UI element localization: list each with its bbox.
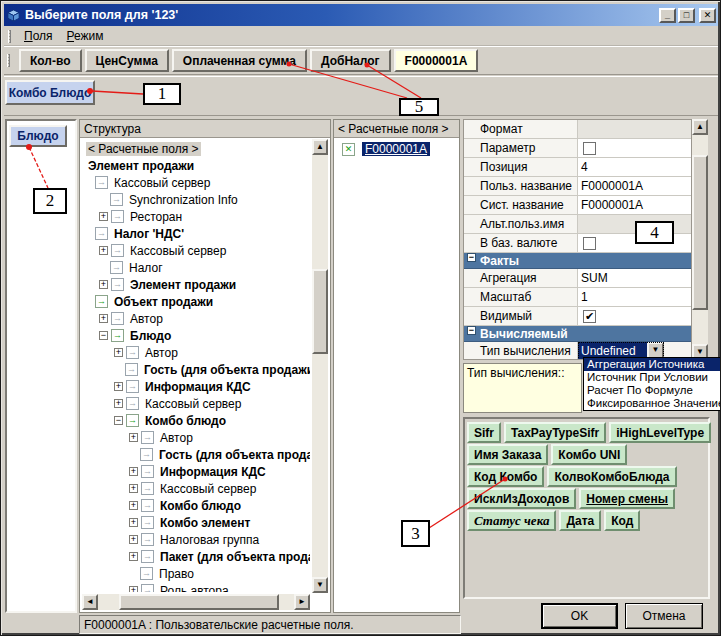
tree-item[interactable]: +→Кассовый сервер (82, 480, 310, 497)
tree-item[interactable]: +→Кассовый сервер (82, 395, 310, 412)
props-vscrollbar[interactable]: ▲ ▼ (692, 119, 708, 360)
collapse-minus-icon[interactable]: − (467, 326, 476, 335)
field-tab-Кол-во[interactable]: Кол-во (19, 49, 82, 72)
field-button-Комбо UNI[interactable]: Комбо UNI (551, 444, 627, 465)
tree-item[interactable]: +→Автор (82, 344, 310, 361)
tree-item[interactable]: →Налог 'НДС' (82, 225, 310, 242)
dropdown-option[interactable]: Фиксированное Значение (584, 397, 721, 410)
property-value-cell[interactable]: F0000001A (578, 196, 691, 214)
minimize-button[interactable]: _ (659, 8, 676, 23)
tree-item[interactable]: →Кассовый сервер (82, 174, 310, 191)
expand-plus-icon[interactable]: + (129, 535, 138, 544)
field-tab-Оплаченная сумма[interactable]: Оплаченная сумма (172, 49, 307, 72)
field-button-Код Комбо[interactable]: Код Комбо (467, 466, 544, 487)
expand-plus-icon[interactable]: + (99, 212, 108, 221)
field-button-ИсклИзДоходов[interactable]: ИсклИзДоходов (467, 488, 576, 509)
tree-item[interactable]: +→Комбо элемент (82, 514, 310, 531)
ok-button[interactable]: OK (541, 603, 618, 629)
expand-plus-icon[interactable]: + (99, 280, 108, 289)
tree-item[interactable]: →Налог (82, 259, 310, 276)
expand-plus-icon[interactable]: + (129, 518, 138, 527)
tree-item[interactable]: +→Кассовый сервер (82, 242, 310, 259)
combo-dish-button[interactable]: Комбо Блюдо (5, 80, 95, 105)
tree-item[interactable]: −→Блюдо (82, 327, 310, 344)
maximize-button[interactable]: □ (678, 8, 695, 23)
expand-plus-icon[interactable]: + (99, 246, 108, 255)
tree-item[interactable]: →Гость (для объекта прода (82, 446, 310, 463)
menu-polya[interactable]: Поля (17, 27, 60, 45)
calc-field-item[interactable]: ✕ F0000001A (342, 142, 430, 156)
expand-plus-icon[interactable]: + (129, 586, 138, 592)
property-value-cell[interactable]: SUM (578, 269, 691, 287)
checkbox-unchecked-icon[interactable] (583, 142, 596, 155)
field-tab-ЦенСумма[interactable]: ЦенСумма (85, 49, 169, 72)
tree-item[interactable]: +→Информация КДС (82, 378, 310, 395)
tree-item[interactable]: +→Автор (82, 429, 310, 446)
property-value-cell[interactable]: 1 (578, 288, 691, 306)
collapse-minus-icon[interactable]: − (99, 331, 108, 340)
expand-plus-icon[interactable]: + (129, 467, 138, 476)
expand-plus-icon[interactable]: + (114, 382, 123, 391)
property-value-cell[interactable]: 4 (578, 158, 691, 176)
tree-item[interactable]: −→Комбо блюдо (82, 412, 310, 429)
tree-item[interactable]: →Гость (для объекта продажи (82, 361, 310, 378)
scroll-right-icon[interactable]: ► (294, 594, 310, 610)
menu-rezhim[interactable]: Режим (60, 27, 111, 45)
expand-plus-icon[interactable]: + (129, 484, 138, 493)
tree-item[interactable]: +→Пакет (для объекта прода (82, 548, 310, 565)
scroll-up-icon[interactable]: ▲ (692, 119, 708, 135)
tree-item[interactable]: +→Ресторан (82, 208, 310, 225)
field-button-КолвоКомбоБлюда[interactable]: КолвоКомбоБлюда (547, 466, 676, 487)
field-button-Дата[interactable]: Дата (559, 510, 601, 531)
field-button-Номер смены[interactable]: Номер смены (579, 488, 675, 509)
checkbox-unchecked-icon[interactable] (583, 237, 596, 250)
close-button[interactable]: ✕ (699, 8, 716, 23)
checkbox-checked-icon[interactable]: ✔ (583, 310, 596, 323)
scroll-down-icon[interactable]: ▼ (312, 577, 328, 593)
collapse-minus-icon[interactable]: − (467, 253, 476, 262)
tree-item[interactable]: Элемент продажи (82, 157, 310, 174)
toolbar-grip[interactable] (7, 54, 10, 67)
tree-vscroll-thumb[interactable] (312, 269, 328, 354)
dropdown-option[interactable]: Аггрегация Источника (584, 358, 721, 371)
dropdown-option[interactable]: Источник При Условии (584, 371, 721, 384)
expand-plus-icon[interactable]: + (129, 552, 138, 561)
field-button-Имя Заказа[interactable]: Имя Заказа (467, 444, 548, 465)
scroll-left-icon[interactable]: ◄ (82, 594, 98, 610)
expand-plus-icon[interactable]: + (99, 314, 108, 323)
field-tab-ДобНалог[interactable]: ДобНалог (310, 49, 391, 72)
field-button-Статус чека[interactable]: Статус чека (467, 510, 556, 531)
expand-plus-icon[interactable]: + (114, 399, 123, 408)
expand-plus-icon[interactable]: + (114, 348, 123, 357)
field-button-TaxPayTypeSifr[interactable]: TaxPayTypeSifr (504, 422, 606, 443)
tree-item[interactable]: +→Автор (82, 310, 310, 327)
tree-hscroll-thumb[interactable] (119, 594, 279, 610)
tree-item[interactable]: +→Роль автора (82, 582, 310, 592)
field-tab-F0000001A[interactable]: F0000001A (394, 49, 479, 72)
dropdown-option[interactable]: Расчет По Формуле (584, 384, 721, 397)
toolbar-grip[interactable] (8, 30, 11, 43)
field-button-iHighLevelType[interactable]: iHighLevelType (609, 422, 711, 443)
tree-item[interactable]: +→Элемент продажи (82, 276, 310, 293)
tree-hscrollbar[interactable]: ◄ ► (82, 594, 310, 610)
field-button-Sifr[interactable]: Sifr (467, 422, 501, 443)
property-value-cell[interactable] (578, 120, 691, 138)
tree-item[interactable]: →Synchronization Info (82, 191, 310, 208)
collapse-minus-icon[interactable]: − (114, 416, 123, 425)
property-value-cell[interactable] (578, 139, 691, 157)
props-vscroll-thumb[interactable] (692, 155, 708, 310)
tree-item[interactable]: →Объект продажи (82, 293, 310, 310)
dish-button[interactable]: Блюдо (9, 125, 67, 147)
expand-plus-icon[interactable]: + (129, 501, 138, 510)
cancel-button[interactable]: Отмена (625, 603, 703, 629)
tree-item[interactable]: +→Налоговая группа (82, 531, 310, 548)
tree-item[interactable]: +→Комбо блюдо (82, 497, 310, 514)
calc-field-label[interactable]: F0000001A (362, 142, 430, 156)
tree-vscrollbar[interactable]: ▲ ▼ (312, 139, 328, 593)
tree-item[interactable]: < Расчетные поля > (82, 140, 310, 157)
property-value-cell[interactable]: ✔ (578, 307, 691, 325)
property-value-cell[interactable]: F0000001A (578, 177, 691, 195)
field-button-Код[interactable]: Код (604, 510, 640, 531)
tree-item[interactable]: +→Информация КДС (82, 463, 310, 480)
tree-item[interactable]: →Право (82, 565, 310, 582)
